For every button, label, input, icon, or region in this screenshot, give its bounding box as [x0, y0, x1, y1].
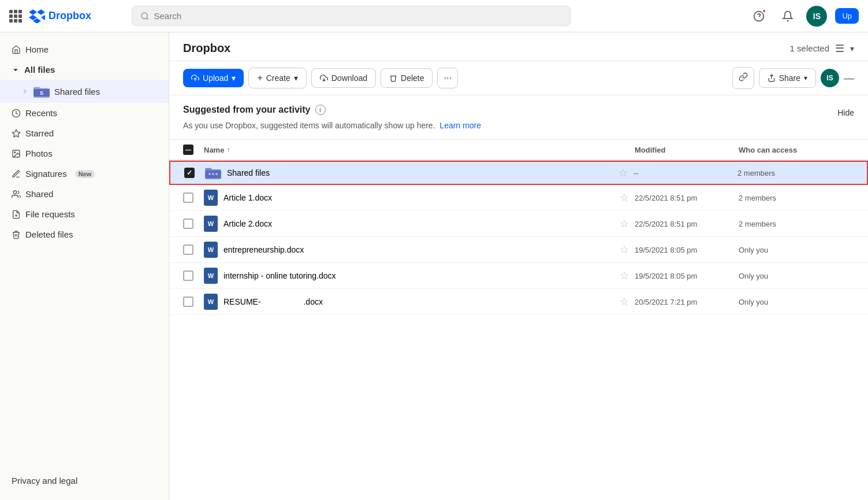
share-dropdown-arrow: ▾	[804, 74, 807, 82]
col-header-modified[interactable]: Modified	[635, 146, 739, 154]
row-modified-cell: --	[634, 169, 737, 177]
sidebar-item-signatures[interactable]: Signatures New	[0, 164, 169, 184]
delete-button[interactable]: Delete	[381, 68, 433, 88]
star-button[interactable]: ☆	[619, 166, 628, 179]
row-star-cell: ☆	[614, 243, 635, 256]
row-modified-cell: 22/5/2021 8:51 pm	[635, 194, 739, 202]
sort-arrow-icon: ↑	[226, 146, 230, 154]
modified-text: 19/5/2021 8:05 pm	[635, 272, 697, 280]
learn-more-link[interactable]: Learn more	[439, 121, 481, 130]
row-name-cell: W RESUME- .docx	[204, 294, 614, 310]
upgrade-button[interactable]: Up	[835, 8, 859, 24]
sidebar-item-home[interactable]: Home	[0, 39, 169, 60]
upload-label: Upload	[203, 73, 228, 83]
list-view-icon[interactable]: ☰	[835, 42, 844, 55]
row-modified-cell: 20/5/2021 7:21 pm	[635, 298, 739, 306]
content-header: Dropbox 1 selected ☰ ▾	[169, 32, 868, 61]
table-row[interactable]: Shared files ☆ -- 2 members	[169, 161, 868, 185]
table-row[interactable]: W Article 1.docx ☆ 22/5/2021 8:51 pm 2 m…	[169, 185, 868, 211]
top-header: Dropbox IS Up	[0, 0, 868, 32]
toolbar-avatar[interactable]: IS	[821, 69, 839, 87]
chevron-collapse-icon[interactable]: ▾	[850, 44, 854, 53]
user-avatar[interactable]: IS	[806, 6, 827, 27]
sidebar-item-file-requests[interactable]: File requests	[0, 204, 169, 224]
share-button[interactable]: Share ▾	[759, 68, 816, 88]
modified-text: 19/5/2021 8:05 pm	[635, 246, 697, 254]
word-icon: W	[204, 216, 218, 232]
row-checkbox[interactable]	[183, 192, 193, 203]
sidebar-photos-label: Photos	[25, 149, 53, 158]
home-icon	[12, 45, 21, 54]
chain-link-button[interactable]	[732, 67, 754, 89]
hide-button[interactable]: Hide	[837, 108, 854, 117]
header-checkbox-cell	[183, 145, 204, 155]
photo-icon	[12, 149, 21, 158]
row-checkbox-cell	[183, 245, 204, 255]
table-row[interactable]: W Article 2.docx ☆ 22/5/2021 8:51 pm 2 m…	[169, 211, 868, 237]
star-button[interactable]: ☆	[620, 243, 629, 256]
row-checkbox-cell	[183, 297, 204, 307]
download-button[interactable]: Download	[311, 68, 376, 88]
select-all-checkbox[interactable]	[183, 145, 193, 155]
sidebar-item-shared[interactable]: Shared	[0, 184, 169, 204]
sidebar-item-deleted-files[interactable]: Deleted files	[0, 224, 169, 245]
folder-icon	[205, 166, 221, 179]
file-name-text: Shared files	[227, 168, 270, 177]
create-button[interactable]: + Create ▾	[248, 68, 306, 88]
sidebar-item-shared-files[interactable]: S Shared files	[0, 80, 169, 103]
table-row[interactable]: W internship - online tutoring.docx ☆ 19…	[169, 263, 868, 289]
dropbox-logo[interactable]: Dropbox	[29, 9, 91, 23]
col-modified-label: Modified	[635, 146, 665, 154]
row-checkbox[interactable]	[183, 297, 193, 307]
word-icon: W	[204, 268, 218, 284]
upload-button[interactable]: Upload ▾	[183, 69, 244, 87]
more-options-button[interactable]: ···	[437, 68, 457, 88]
row-access-cell: 2 members	[739, 220, 854, 228]
folder-icon: S	[33, 85, 50, 98]
row-checkbox-cell	[183, 271, 204, 281]
notifications-button[interactable]	[777, 6, 798, 27]
row-star-cell: ☆	[614, 295, 635, 308]
access-text: Only you	[739, 298, 768, 306]
file-request-icon	[12, 210, 21, 219]
svg-text:S: S	[40, 90, 43, 96]
info-icon[interactable]: i	[315, 105, 326, 115]
delete-icon	[389, 74, 397, 82]
search-input[interactable]	[154, 11, 562, 21]
row-modified-cell: 19/5/2021 8:05 pm	[635, 272, 739, 280]
chevron-right-icon	[21, 87, 29, 95]
shared-icon	[12, 190, 21, 199]
dropbox-icon	[29, 9, 45, 23]
star-button[interactable]: ☆	[620, 269, 629, 282]
star-button[interactable]: ☆	[620, 295, 629, 308]
sidebar-item-photos[interactable]: Photos	[0, 143, 169, 164]
table-row[interactable]: W RESUME- .docx ☆ 20/5/2021 7:21 pm Only…	[169, 289, 868, 315]
sidebar-item-all-files[interactable]: All files	[0, 60, 169, 80]
sidebar-home-label: Home	[25, 45, 49, 54]
header-right: IS Up	[748, 6, 859, 27]
word-icon: W	[204, 294, 218, 310]
row-checkbox[interactable]	[183, 218, 193, 229]
star-button[interactable]: ☆	[620, 191, 629, 204]
sidebar-shared-label: Shared	[25, 189, 53, 199]
table-row[interactable]: W entrepreneurship.docx ☆ 19/5/2021 8:05…	[169, 237, 868, 263]
row-star-cell: ☆	[614, 191, 635, 204]
create-label: Create	[266, 73, 290, 83]
svg-point-7	[14, 151, 16, 153]
toolbar-minus-icon[interactable]: —	[844, 72, 854, 84]
col-header-name[interactable]: Name ↑	[204, 146, 614, 154]
row-star-cell: ☆	[614, 269, 635, 282]
sidebar-item-recents[interactable]: Recents	[0, 103, 169, 123]
grid-icon[interactable]	[9, 10, 22, 23]
star-button[interactable]: ☆	[620, 217, 629, 230]
search-bar[interactable]	[132, 6, 571, 26]
download-icon	[320, 74, 328, 82]
sidebar-item-starred[interactable]: Starred	[0, 123, 169, 143]
row-checkbox[interactable]	[183, 245, 193, 255]
help-button[interactable]	[748, 6, 769, 27]
sidebar-recents-label: Recents	[25, 108, 57, 118]
sidebar-item-privacy[interactable]: Privacy and legal	[0, 471, 169, 491]
row-checkbox[interactable]	[184, 168, 195, 178]
row-checkbox[interactable]	[183, 271, 193, 281]
col-header-access[interactable]: Who can access	[739, 146, 854, 154]
